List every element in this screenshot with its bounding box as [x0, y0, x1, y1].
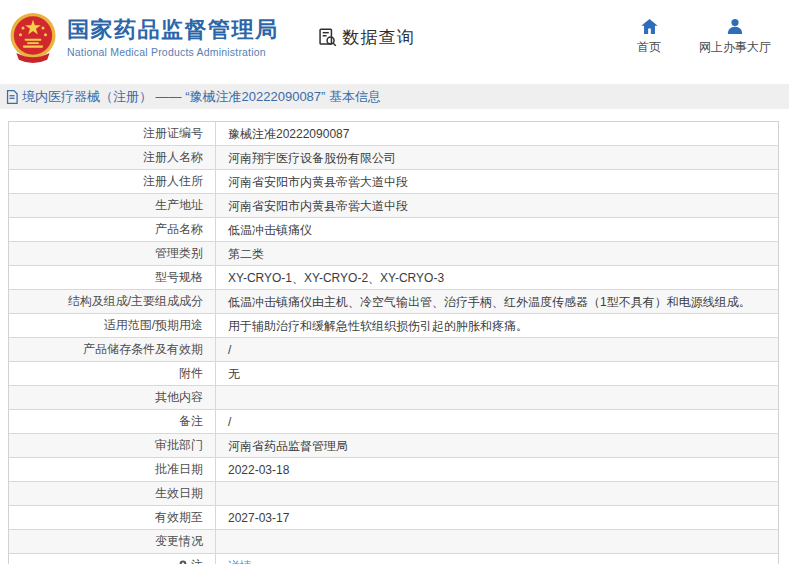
row-label: 生产地址 — [9, 194, 216, 217]
row-value: / — [216, 410, 778, 433]
details-link[interactable]: 详情 — [228, 558, 252, 564]
table-row: 其他内容 — [9, 386, 778, 410]
header-nav: 首页 网上办事大厅 — [629, 19, 771, 56]
brand[interactable]: 国家药品监督管理局 National Medical Products Admi… — [8, 11, 279, 65]
row-value — [216, 386, 778, 409]
breadcrumb-text: 境内医疗器械（注册） —— “豫械注准20222090087” 基本信息 — [22, 88, 381, 106]
org-name-cn: 国家药品监督管理局 — [67, 17, 279, 43]
national-emblem-logo — [8, 11, 58, 65]
home-icon — [641, 19, 658, 34]
row-label: 注册证编号 — [9, 122, 216, 145]
table-row: 生效日期 — [9, 482, 778, 506]
table-row: 有效期至2027-03-17 — [9, 506, 778, 530]
row-value: 无 — [216, 362, 778, 385]
table-row: 注册证编号豫械注准20222090087 — [9, 122, 778, 146]
data-query-title: 数据查询 — [317, 26, 415, 49]
row-value: 第二类 — [216, 242, 778, 265]
row-label: 其他内容 — [9, 386, 216, 409]
row-label: 注 — [9, 554, 216, 564]
row-label: 备注 — [9, 410, 216, 433]
row-label: 附件 — [9, 362, 216, 385]
site-header: 国家药品监督管理局 National Medical Products Admi… — [0, 0, 789, 75]
nav-service-hall-label: 网上办事大厅 — [699, 39, 771, 56]
nav-service-hall[interactable]: 网上办事大厅 — [699, 19, 771, 56]
table-row: 结构及组成/主要组成成分低温冲击镇痛仪由主机、冷空气输出管、治疗手柄、红外温度传… — [9, 290, 778, 314]
nav-home-label: 首页 — [637, 39, 661, 56]
row-label: 有效期至 — [9, 506, 216, 529]
table-row: 管理类别第二类 — [9, 242, 778, 266]
row-value — [216, 530, 778, 553]
document-icon — [6, 90, 18, 104]
row-value: 2027-03-17 — [216, 506, 778, 529]
note-pin-icon — [178, 560, 188, 564]
row-value: 详情 — [216, 554, 778, 564]
brand-text: 国家药品监督管理局 National Medical Products Admi… — [67, 17, 279, 58]
table-row: 批准日期2022-03-18 — [9, 458, 778, 482]
row-label: 管理类别 — [9, 242, 216, 265]
table-row: 生产地址河南省安阳市内黄县帝喾大道中段 — [9, 194, 778, 218]
row-value: 用于辅助治疗和缓解急性软组织损伤引起的肿胀和疼痛。 — [216, 314, 778, 337]
table-row: 适用范围/预期用途用于辅助治疗和缓解急性软组织损伤引起的肿胀和疼痛。 — [9, 314, 778, 338]
info-table: 注册证编号豫械注准20222090087注册人名称河南翔宇医疗设备股份有限公司注… — [8, 121, 779, 564]
row-value: 河南省药品监督管理局 — [216, 434, 778, 457]
table-row: 备注/ — [9, 410, 778, 434]
row-value: 河南省安阳市内黄县帝喾大道中段 — [216, 170, 778, 193]
row-label: 结构及组成/主要组成成分 — [9, 290, 216, 313]
row-value: 河南翔宇医疗设备股份有限公司 — [216, 146, 778, 169]
row-value — [216, 482, 778, 505]
table-row: 注详情 — [9, 554, 778, 564]
row-value: 低温冲击镇痛仪 — [216, 218, 778, 241]
table-row: 变更情况 — [9, 530, 778, 554]
row-value: 2022-03-18 — [216, 458, 778, 481]
row-value: / — [216, 338, 778, 361]
table-row: 产品储存条件及有效期/ — [9, 338, 778, 362]
person-icon — [727, 19, 743, 34]
org-name-en: National Medical Products Administration — [67, 46, 279, 58]
table-row: 注册人名称河南翔宇医疗设备股份有限公司 — [9, 146, 778, 170]
row-label: 适用范围/预期用途 — [9, 314, 216, 337]
row-label: 注册人名称 — [9, 146, 216, 169]
row-value: 豫械注准20222090087 — [216, 122, 778, 145]
row-label: 生效日期 — [9, 482, 216, 505]
table-row: 附件无 — [9, 362, 778, 386]
nav-home[interactable]: 首页 — [629, 19, 669, 56]
table-row: 审批部门河南省药品监督管理局 — [9, 434, 778, 458]
row-label: 审批部门 — [9, 434, 216, 457]
row-label: 产品名称 — [9, 218, 216, 241]
row-label: 产品储存条件及有效期 — [9, 338, 216, 361]
row-value: 河南省安阳市内黄县帝喾大道中段 — [216, 194, 778, 217]
breadcrumb: 境内医疗器械（注册） —— “豫械注准20222090087” 基本信息 — [0, 84, 789, 109]
main-content: 注册证编号豫械注准20222090087注册人名称河南翔宇医疗设备股份有限公司注… — [0, 121, 789, 564]
document-search-icon — [317, 27, 338, 48]
row-label-text: 注 — [191, 557, 203, 564]
page: 国家药品监督管理局 National Medical Products Admi… — [0, 0, 789, 564]
table-row: 型号规格XY-CRYO-1、XY-CRYO-2、XY-CRYO-3 — [9, 266, 778, 290]
row-label: 批准日期 — [9, 458, 216, 481]
row-value: 低温冲击镇痛仪由主机、冷空气输出管、治疗手柄、红外温度传感器（1型不具有）和电源… — [216, 290, 778, 313]
table-row: 注册人住所河南省安阳市内黄县帝喾大道中段 — [9, 170, 778, 194]
data-query-label: 数据查询 — [343, 26, 415, 49]
row-label: 变更情况 — [9, 530, 216, 553]
row-value: XY-CRYO-1、XY-CRYO-2、XY-CRYO-3 — [216, 266, 778, 289]
row-label: 型号规格 — [9, 266, 216, 289]
row-label: 注册人住所 — [9, 170, 216, 193]
table-row: 产品名称低温冲击镇痛仪 — [9, 218, 778, 242]
